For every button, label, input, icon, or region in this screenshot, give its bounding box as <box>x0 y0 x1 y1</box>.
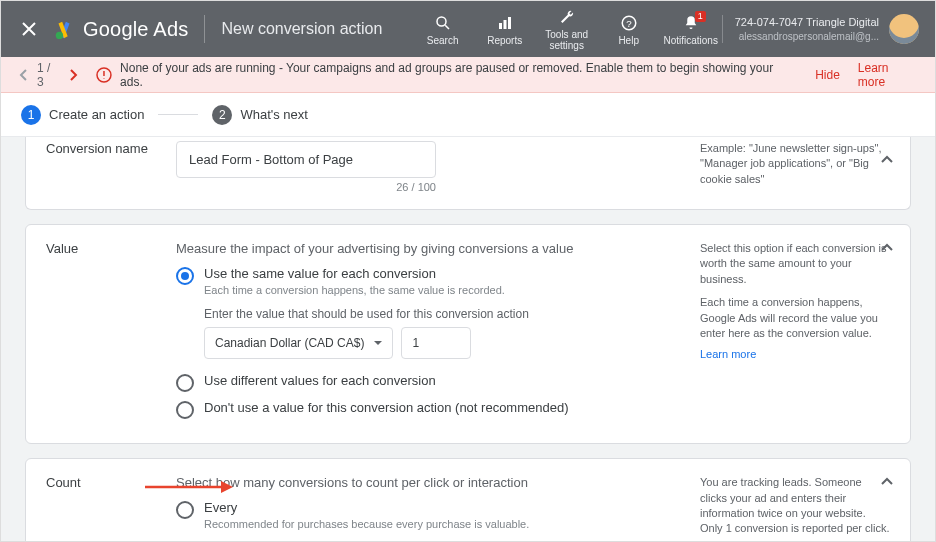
count-description: Select how many conversions to count per… <box>176 475 680 490</box>
close-icon <box>22 22 36 36</box>
error-icon <box>96 67 112 83</box>
collapse-button[interactable] <box>878 151 896 169</box>
svg-rect-3 <box>503 20 506 29</box>
value-card: Value Measure the impact of your adverti… <box>25 224 911 444</box>
header-divider <box>204 15 205 43</box>
search-icon <box>433 13 453 33</box>
alert-nav: 1 / 3 <box>17 61 80 89</box>
conversion-name-card: Conversion name Lead Form - Bottom of Pa… <box>25 137 911 210</box>
reports-icon <box>495 13 515 33</box>
notifications-tool[interactable]: 1 Notifications <box>660 13 722 46</box>
alert-count: 1 / 3 <box>37 61 60 89</box>
value-learn-more-link[interactable]: Learn more <box>700 347 756 362</box>
tools-settings-tool[interactable]: Tools and settings <box>536 7 598 51</box>
avatar[interactable] <box>889 14 919 44</box>
notification-badge: 1 <box>695 11 706 22</box>
step-create-action[interactable]: 1 Create an action <box>21 105 144 125</box>
value-amount-input[interactable]: 1 <box>401 327 471 359</box>
value-help-1: Select this option if each conversion is… <box>700 241 890 287</box>
count-label: Count <box>46 475 156 542</box>
alert-bar: 1 / 3 None of your ads are running - You… <box>1 57 935 93</box>
conversion-name-help: Example: "June newsletter sign-ups", "Ma… <box>700 141 890 193</box>
svg-rect-4 <box>508 17 511 29</box>
close-button[interactable] <box>17 17 41 41</box>
alert-learn-more-link[interactable]: Learn more <box>858 61 919 89</box>
svg-point-1 <box>437 17 446 26</box>
search-tool[interactable]: Search <box>412 13 474 46</box>
conversion-name-label: Conversion name <box>46 141 156 193</box>
google-ads-logo-icon <box>53 18 75 40</box>
app-header: Google Ads New conversion action Search … <box>1 1 935 57</box>
value-option-none[interactable]: Don't use a value for this conversion ac… <box>176 400 680 419</box>
alert-text: None of your ads are running - Your camp… <box>120 61 797 89</box>
value-enter-label: Enter the value that should be used for … <box>204 307 680 321</box>
count-card: Count Select how many conversions to cou… <box>25 458 911 542</box>
collapse-button[interactable] <box>878 239 896 257</box>
help-icon: ? <box>619 13 639 33</box>
step-whats-next[interactable]: 2 What's next <box>212 105 308 125</box>
count-help: You are tracking leads. Someone clicks y… <box>700 475 890 537</box>
value-option-same[interactable]: Use the same value for each conversion E… <box>176 266 680 297</box>
value-option-different[interactable]: Use different values for each conversion <box>176 373 680 392</box>
radio-icon <box>176 401 194 419</box>
svg-text:?: ? <box>626 17 632 28</box>
svg-point-0 <box>56 32 63 39</box>
help-tool[interactable]: ? Help <box>598 13 660 46</box>
radio-icon <box>176 501 194 519</box>
alert-hide-link[interactable]: Hide <box>815 68 840 82</box>
value-label: Value <box>46 241 156 427</box>
conversion-name-input[interactable]: Lead Form - Bottom of Page <box>176 141 436 178</box>
alert-next-button[interactable] <box>66 68 80 82</box>
page-title: New conversion action <box>221 20 382 38</box>
step-connector <box>158 114 198 115</box>
value-description: Measure the impact of your advertising b… <box>176 241 680 256</box>
content-area: Conversion name Lead Form - Bottom of Pa… <box>1 137 935 542</box>
alert-prev-button[interactable] <box>17 68 31 82</box>
count-option-every[interactable]: Every Recommended for purchases because … <box>176 500 680 531</box>
brand-label: Google Ads <box>83 18 188 41</box>
stepper: 1 Create an action 2 What's next <box>1 93 935 137</box>
char-count: 26 / 100 <box>176 181 436 193</box>
wrench-icon <box>557 7 577 27</box>
svg-rect-2 <box>499 23 502 29</box>
account-info[interactable]: 724-074-7047 Triangle Digital alessandro… <box>722 15 879 42</box>
radio-icon <box>176 374 194 392</box>
collapse-button[interactable] <box>878 473 896 491</box>
radio-icon <box>176 267 194 285</box>
value-help-2: Each time a conversion happens, Google A… <box>700 295 890 341</box>
currency-select[interactable]: Canadian Dollar (CAD CA$) <box>204 327 393 359</box>
reports-tool[interactable]: Reports <box>474 13 536 46</box>
